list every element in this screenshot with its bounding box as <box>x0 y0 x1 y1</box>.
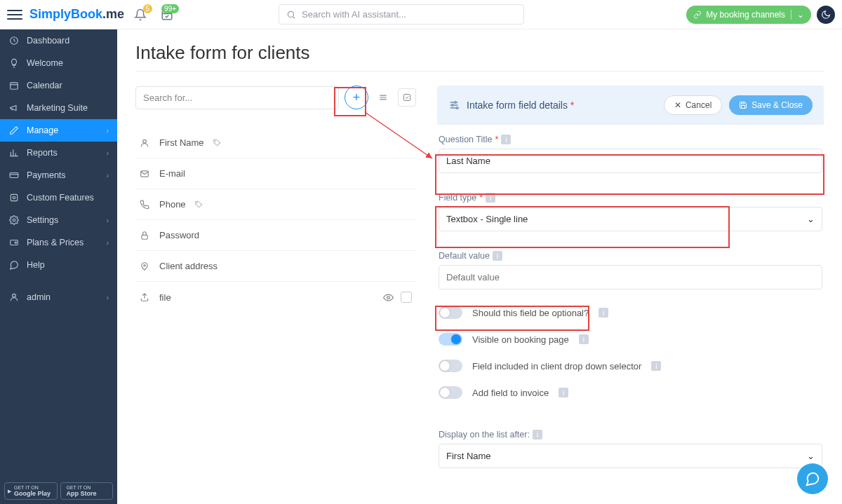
search-placeholder: Search for... <box>143 93 192 103</box>
question-title-input[interactable] <box>439 149 822 173</box>
theme-toggle[interactable] <box>817 6 835 24</box>
info-icon[interactable]: i <box>486 193 495 203</box>
sidebar-label: Custom Features <box>27 193 94 203</box>
optional-label: Should this field be optional? <box>472 308 589 318</box>
save-button[interactable]: Save & Close <box>729 95 813 115</box>
sidebar-item-welcome[interactable]: Welcome <box>0 52 117 74</box>
svg-rect-5 <box>11 194 17 200</box>
chevron-right-icon: › <box>107 294 109 301</box>
sidebar-label: Help <box>27 260 45 270</box>
logo[interactable]: SimplyBook.me <box>29 7 124 22</box>
sidebar-item-custom-features[interactable]: Custom Features <box>0 186 117 209</box>
sidebar-item-manage[interactable]: Manage › <box>0 119 117 142</box>
display-after-select[interactable]: First Name ⌄ <box>439 444 822 468</box>
svg-point-17 <box>144 264 145 266</box>
pin-icon <box>140 261 151 271</box>
field-row-email[interactable]: E-mail <box>135 158 416 189</box>
chevron-right-icon: › <box>107 172 109 179</box>
optional-toggle[interactable] <box>439 306 462 319</box>
notifications-badge: 5 <box>143 4 153 13</box>
tag-icon <box>213 138 222 147</box>
chart-icon <box>8 148 20 158</box>
field-type-select[interactable]: Textbox - Single line ⌄ <box>439 207 822 231</box>
dashboard-icon <box>8 36 20 46</box>
sidebar-item-calendar[interactable]: Calendar <box>0 74 117 97</box>
calendar-top-button[interactable]: 99+ <box>161 8 173 21</box>
megaphone-icon <box>8 103 20 113</box>
info-icon[interactable]: i <box>599 308 608 318</box>
sidebar-item-marketing[interactable]: Marketing Suite <box>0 97 117 119</box>
info-icon[interactable]: i <box>559 388 568 397</box>
search-placeholder: Search with AI assistant... <box>302 9 406 20</box>
hamburger-menu[interactable] <box>7 7 22 22</box>
visible-toggle[interactable] <box>439 333 462 346</box>
sidebar-label: Dashboard <box>27 36 69 46</box>
info-icon[interactable]: i <box>501 135 511 144</box>
booking-channels-button[interactable]: My booking channels ⌄ <box>686 6 811 24</box>
info-icon[interactable]: i <box>493 251 502 261</box>
svg-point-1 <box>288 11 293 17</box>
field-row-address[interactable]: Client address <box>135 251 416 282</box>
field-row-phone[interactable]: Phone <box>135 189 416 220</box>
sidebar-label: Welcome <box>27 58 63 68</box>
sidebar-label: Manage <box>27 125 58 135</box>
cancel-button[interactable]: ✕ Cancel <box>664 95 722 115</box>
field-row-password[interactable]: Password <box>135 220 416 251</box>
lock-icon <box>140 231 151 240</box>
lines-icon <box>378 93 388 102</box>
info-icon[interactable]: i <box>533 430 542 440</box>
google-play-badge[interactable]: ▶ GET IT ONGoogle Play <box>4 482 58 500</box>
save-label: Save & Close <box>751 100 803 110</box>
wallet-icon <box>8 238 20 247</box>
chevron-right-icon: › <box>107 239 109 247</box>
svg-rect-22 <box>742 102 744 104</box>
info-icon[interactable]: i <box>579 334 589 344</box>
reorder-button[interactable] <box>374 88 392 107</box>
notifications-button[interactable]: 5 <box>134 8 147 21</box>
svg-point-6 <box>13 196 15 199</box>
svg-point-13 <box>215 141 215 142</box>
help-icon <box>8 260 20 270</box>
field-type-label: Field type * i <box>439 193 822 203</box>
app-store-badge[interactable]: GET IT ONApp Store <box>60 482 114 500</box>
store-top: GET IT ON <box>14 485 51 490</box>
invoice-toggle[interactable] <box>439 386 462 399</box>
store-top: GET IT ON <box>67 485 97 490</box>
calendar-icon <box>8 81 20 90</box>
sidebar-item-settings[interactable]: Settings › <box>0 209 117 231</box>
puzzle-icon <box>8 193 20 203</box>
svg-point-7 <box>13 219 15 222</box>
list-search-input[interactable]: Search for... <box>135 86 339 109</box>
chevron-right-icon: › <box>107 149 109 157</box>
upload-icon <box>140 292 151 302</box>
eye-icon[interactable] <box>383 292 394 303</box>
default-value-input[interactable] <box>439 265 822 290</box>
gear-icon <box>8 215 20 225</box>
detail-header: Intake form field details * ✕ Cancel Sav… <box>437 86 824 125</box>
select-all-button[interactable] <box>398 88 416 107</box>
sliders-icon <box>448 100 460 111</box>
sidebar-item-payments[interactable]: Payments › <box>0 164 117 186</box>
dropdown-toggle[interactable] <box>439 360 462 372</box>
sidebar-item-help[interactable]: Help <box>0 254 117 276</box>
svg-rect-11 <box>404 95 410 101</box>
mail-icon <box>140 169 151 179</box>
sidebar-label: Settings <box>27 215 58 225</box>
row-checkbox[interactable] <box>401 292 412 303</box>
svg-point-21 <box>456 107 458 109</box>
sidebar-item-plans[interactable]: Plans & Prices › <box>0 231 117 254</box>
chevron-down-icon: ⌄ <box>791 10 804 20</box>
field-row-first-name[interactable]: First Name <box>135 128 416 158</box>
field-row-file[interactable]: file <box>135 282 416 313</box>
info-icon[interactable]: i <box>651 361 661 371</box>
sidebar-item-user[interactable]: admin › <box>0 286 117 308</box>
global-search[interactable]: Search with AI assistant... <box>279 4 524 25</box>
chevron-down-icon: ⌄ <box>807 214 815 224</box>
add-field-button[interactable]: + <box>345 86 368 109</box>
chat-fab[interactable] <box>797 463 828 494</box>
sidebar-item-reports[interactable]: Reports › <box>0 142 117 164</box>
card-icon <box>8 170 20 180</box>
sidebar-item-dashboard[interactable]: Dashboard <box>0 29 117 52</box>
detail-title: Intake form field details * <box>467 100 574 111</box>
booking-channels-label: My booking channels <box>706 10 785 20</box>
